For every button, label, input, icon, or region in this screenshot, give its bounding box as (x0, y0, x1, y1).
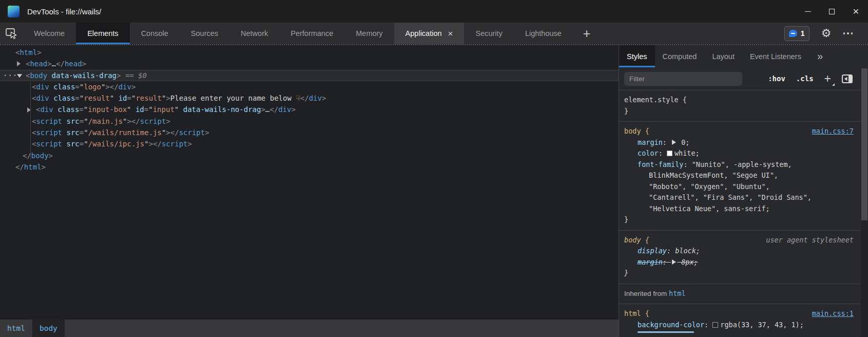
style-sections: element.style {}body {main.css:7margin: … (619, 90, 868, 337)
breadcrumb-body[interactable]: body (32, 320, 65, 337)
dom-tree-row[interactable]: </body> (0, 150, 619, 161)
issues-counter-button[interactable]: 1 (784, 26, 809, 41)
expand-shorthand-icon[interactable] (672, 140, 676, 145)
tab-elements[interactable]: Elements (76, 23, 129, 44)
new-style-rule-button[interactable]: + (824, 73, 831, 85)
sidebar-tab-styles[interactable]: Styles (619, 45, 655, 67)
tab-memory[interactable]: Memory (344, 23, 394, 44)
inherited-element-link[interactable]: html (669, 289, 686, 297)
dom-breadcrumb-bar: htmlbody (0, 320, 619, 337)
close-tab-icon[interactable]: × (448, 29, 453, 38)
css-declaration[interactable]: font-family: "Nunito", -apple-system, (624, 159, 854, 171)
tab-application[interactable]: Application× (394, 23, 465, 44)
maximize-icon (829, 9, 835, 14)
styles-filter-input[interactable] (624, 72, 742, 86)
css-declaration[interactable]: margin: 8px; (624, 257, 854, 268)
window-controls: × (796, 0, 868, 23)
expand-shorthand-icon[interactable] (672, 259, 676, 265)
css-rule-header: body {main.css:7 (624, 126, 854, 137)
dom-tree-row[interactable]: <html> (0, 47, 619, 58)
tab-console[interactable]: Console (130, 23, 180, 44)
minimize-button[interactable] (796, 0, 820, 23)
dom-tree: <html><head>…</head>···<body data-wails-… (0, 45, 619, 173)
css-property-name: font-family (638, 160, 683, 168)
style-section-inherited-from: Inherited from html (619, 284, 868, 305)
sidebar-tab-event-listeners[interactable]: Event Listeners (742, 45, 809, 67)
issues-bubble-icon (789, 30, 797, 37)
css-selector[interactable]: element.style { (624, 95, 687, 106)
css-property-value: rgba(33, 37, 43, 1); (720, 321, 804, 329)
close-icon: × (853, 6, 859, 16)
stylesheet-link[interactable]: main.css:7 (812, 126, 854, 137)
main-toolbar: WelcomeElementsConsoleSourcesNetworkPerf… (0, 23, 868, 44)
stylesheet-origin-note: user agent stylesheet (766, 235, 854, 246)
maximize-button[interactable] (820, 0, 844, 23)
devtools-logo-icon (8, 6, 20, 17)
dom-tree-row[interactable]: <script src="/wails/ipc.js"></script> (0, 138, 619, 149)
more-options-icon[interactable] (843, 32, 853, 34)
overflow-chevron-icon[interactable]: » (817, 45, 823, 67)
tab-label: Network (241, 29, 268, 38)
css-rule-header: html {main.css:1 (624, 308, 854, 320)
css-value-continuation: "Roboto", "Oxygen", "Ubuntu", (624, 181, 854, 193)
dom-tree-row[interactable]: <div class="logo"></div> (0, 81, 619, 92)
title-bar: DevTools - file://wails/ × (0, 0, 868, 23)
css-declaration[interactable]: color: white; (624, 148, 854, 159)
tab-security[interactable]: Security (464, 23, 513, 44)
dom-tree-row[interactable]: <div class="result" id="result">Please e… (0, 92, 619, 104)
stylesheet-link[interactable]: main.css:1 (812, 308, 854, 320)
dom-tree-row[interactable]: <div class="input-box" id="input" data-w… (0, 104, 619, 115)
tab-label: Memory (356, 29, 382, 38)
devtools-content: <html><head>…</head>···<body data-wails-… (0, 44, 868, 337)
inspect-element-button[interactable] (0, 23, 23, 44)
styles-scrollbar-thumb[interactable] (861, 68, 867, 220)
closing-brace: } (624, 214, 854, 226)
breadcrumb-html[interactable]: html (0, 320, 32, 337)
tab-label: Sources (191, 29, 218, 38)
css-declaration[interactable]: margin: 0; (624, 137, 854, 148)
main-tab-strip: WelcomeElementsConsoleSourcesNetworkPerf… (23, 23, 573, 44)
dom-tree-row[interactable]: <script src="/main.js"></script> (0, 116, 619, 127)
dom-tree-row[interactable]: <script src="/wails/runtime.js"></script… (0, 127, 619, 138)
panel-left-arrow-icon (842, 74, 853, 83)
sidebar-tab-strip: StylesComputedLayoutEvent Listeners» (619, 45, 868, 67)
style-section-body-rule: body {main.css:7margin: 0;color: white;f… (619, 122, 868, 231)
tab-lighthouse[interactable]: Lighthouse (514, 23, 573, 44)
css-selector[interactable]: html { (624, 308, 649, 320)
collapse-icon[interactable] (17, 74, 22, 78)
css-selector[interactable]: body { (624, 235, 649, 246)
css-rule-header: element.style { (624, 95, 854, 106)
close-button[interactable]: × (844, 0, 868, 23)
styles-toolbar-buttons: :hov .cls + (768, 73, 853, 85)
css-declaration[interactable]: display: block; (624, 246, 854, 257)
css-value-continuation: BlinkMacSystemFont, "Segoe UI", (624, 170, 854, 181)
dom-tree-row[interactable]: <head>…</head> (0, 58, 619, 69)
css-property-value: 8px; (681, 258, 698, 266)
tab-label: Console (141, 29, 168, 38)
pseudo-state-toggle-button[interactable]: :hov (768, 74, 785, 83)
tab-label: Application (406, 29, 442, 38)
expand-icon[interactable] (17, 61, 21, 66)
css-selector[interactable]: body { (624, 126, 649, 137)
toolbar-right-cluster: 1 ⚙ (784, 23, 853, 44)
dom-tree-row[interactable]: </html> (0, 161, 619, 173)
tab-network[interactable]: Network (229, 23, 279, 44)
issues-count: 1 (801, 29, 805, 38)
settings-gear-icon[interactable]: ⚙ (821, 28, 832, 39)
tab-performance[interactable]: Performance (279, 23, 344, 44)
tab-label: Lighthouse (525, 29, 562, 38)
sidebar-tab-layout[interactable]: Layout (704, 45, 742, 67)
sidebar-tab-computed[interactable]: Computed (655, 45, 705, 67)
tab-welcome[interactable]: Welcome (23, 23, 76, 44)
tab-sources[interactable]: Sources (180, 23, 229, 44)
toggle-sidebar-button[interactable] (842, 74, 853, 83)
element-classes-toggle-button[interactable]: .cls (796, 74, 814, 83)
dom-tree-row[interactable]: ···<body data-wails-drag> == $0 (0, 70, 619, 81)
style-section-html-rule: html {main.css:1background-color: rgba(3… (619, 304, 868, 337)
closing-brace: } (624, 106, 854, 117)
add-tab-button[interactable]: + (573, 23, 601, 44)
color-swatch[interactable] (712, 322, 718, 328)
css-declaration[interactable]: background-color: rgba(33, 37, 43, 1); (624, 320, 854, 331)
color-swatch[interactable] (667, 151, 672, 156)
css-property-name: margin (638, 258, 663, 266)
